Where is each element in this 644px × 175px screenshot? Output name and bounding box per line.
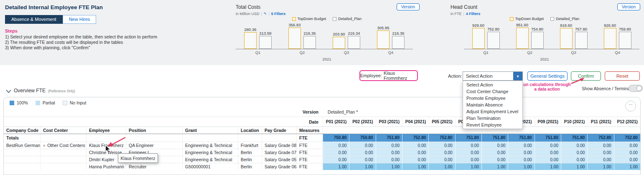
period-header-p10-2021[interactable]: P10 (2021): [561, 117, 587, 127]
value-cell[interactable]: 0.00: [323, 142, 349, 149]
value-cell[interactable]: 1.00: [402, 163, 428, 170]
value-cell[interactable]: 0.00: [614, 142, 640, 149]
general-settings-button[interactable]: General Settings: [527, 71, 568, 81]
period-header-p04-2021[interactable]: P04 (2021): [402, 117, 428, 127]
value-cell[interactable]: 0.00: [587, 149, 613, 156]
period-header-p02-2021[interactable]: P02 (2021): [349, 117, 375, 127]
filters-link[interactable]: 5 Filters: [271, 12, 286, 16]
period-header-p03-2021[interactable]: P03 (2021): [376, 117, 402, 127]
value-cell[interactable]: 0.00: [455, 142, 481, 149]
action-select[interactable]: Select Action ▾: [463, 71, 523, 81]
value-cell[interactable]: 0.00: [349, 142, 375, 149]
chevron-down-icon[interactable]: ▾: [513, 72, 522, 80]
action-option-maintain-absence[interactable]: Maintain Absence: [463, 101, 522, 108]
value-cell[interactable]: 0.00: [535, 156, 561, 163]
edit-tools-icon[interactable]: ✎: [264, 12, 267, 16]
version-button[interactable]: Version: [617, 3, 640, 10]
value-cell[interactable]: 1.00: [535, 163, 561, 170]
value-cell[interactable]: 1.00: [323, 163, 349, 170]
bar-detailed-plan[interactable]: [392, 36, 405, 49]
value-cell[interactable]: 0.00: [481, 142, 508, 149]
column-header-measures[interactable]: Measures: [297, 127, 323, 134]
column-header-cost-center[interactable]: Cost Center: [41, 127, 87, 134]
value-cell[interactable]: 1.00: [455, 163, 481, 170]
value-cell[interactable]: 0.00: [349, 156, 375, 163]
bar-topdown-budget[interactable]: [244, 32, 257, 49]
action-option-revert-employee[interactable]: Revert Employee: [463, 122, 522, 128]
period-header-p11-2021[interactable]: P11 (2021): [587, 117, 613, 127]
value-cell[interactable]: 0.00: [561, 149, 587, 156]
bar-detailed-plan[interactable]: [619, 32, 631, 49]
column-header-employee[interactable]: Employee: [87, 127, 126, 134]
value-cell[interactable]: 0.00: [481, 156, 508, 163]
bar-topdown-budget[interactable]: [288, 28, 301, 49]
reset-button[interactable]: Reset: [605, 71, 640, 81]
value-cell[interactable]: 0.00: [508, 149, 534, 156]
value-cell[interactable]: 0.00: [323, 156, 349, 163]
value-cell[interactable]: 0.00: [535, 149, 561, 156]
show-absence-toggle[interactable]: [629, 85, 643, 92]
value-cell[interactable]: 1.00: [508, 163, 534, 170]
filters-link[interactable]: 4 Filters: [466, 12, 481, 16]
value-cell[interactable]: 0.00: [376, 149, 402, 156]
column-header-pay-grade[interactable]: Pay Grade: [262, 127, 297, 134]
collapse-chevron-icon[interactable]: [6, 89, 11, 93]
value-cell[interactable]: 0.00: [561, 142, 587, 149]
value-cell[interactable]: 1.00: [561, 163, 587, 170]
value-cell[interactable]: 0.00: [349, 149, 375, 156]
period-header-p05-2021[interactable]: P05 (2021): [428, 117, 455, 127]
value-cell[interactable]: 1.00: [376, 163, 402, 170]
cell-employee[interactable]: Hanna Pushmann: [87, 163, 126, 170]
value-cell[interactable]: 1.00: [481, 163, 508, 170]
period-header-p09-2021[interactable]: P09 (2021): [535, 117, 561, 127]
tab-new-hires[interactable]: New Hires: [63, 15, 97, 24]
bar-detailed-plan[interactable]: [487, 32, 500, 49]
bar-topdown-budget[interactable]: [516, 28, 529, 49]
value-cell[interactable]: 0.00: [428, 142, 455, 149]
value-cell[interactable]: 0.00: [561, 156, 587, 163]
bar-detailed-plan[interactable]: [303, 36, 316, 49]
value-cell[interactable]: 0.00: [587, 142, 613, 149]
bar-detailed-plan[interactable]: [531, 32, 544, 49]
column-header-company-code[interactable]: Company Code: [4, 127, 41, 134]
tab-absence-movement[interactable]: Absence & Movement: [5, 15, 63, 24]
bar-detailed-plan[interactable]: [259, 36, 272, 49]
bar-detailed-plan[interactable]: [575, 32, 588, 49]
bar-detailed-plan[interactable]: [348, 36, 360, 49]
value-cell[interactable]: 1.00: [349, 163, 375, 170]
value-cell[interactable]: 0.00: [402, 149, 428, 156]
value-cell[interactable]: 0.00: [323, 149, 349, 156]
value-cell[interactable]: 0.00: [376, 142, 402, 149]
value-cell[interactable]: 0.00: [508, 142, 534, 149]
period-header-p01-2021[interactable]: P01 (2021): [323, 117, 349, 127]
value-cell[interactable]: 0.00: [508, 156, 534, 163]
column-header-location[interactable]: Location: [238, 127, 262, 134]
bar-topdown-budget[interactable]: [560, 28, 573, 49]
value-cell[interactable]: 0.00: [376, 156, 402, 163]
value-cell[interactable]: 0.00: [481, 149, 508, 156]
column-header-grant[interactable]: Grant: [183, 127, 238, 134]
value-cell[interactable]: 0.00: [402, 156, 428, 163]
column-header-position[interactable]: Position: [126, 127, 183, 134]
bar-topdown-budget[interactable]: [472, 28, 485, 49]
value-cell[interactable]: 1.00: [428, 163, 455, 170]
value-cell[interactable]: 0.00: [535, 142, 561, 149]
value-cell[interactable]: 0.00: [614, 156, 640, 163]
bar-topdown-budget[interactable]: [604, 28, 616, 49]
action-option-plan-termination[interactable]: Plan Termination: [463, 115, 522, 122]
action-option-promote-employee[interactable]: Promote Employee: [463, 95, 522, 101]
more-options-button[interactable]: ...: [625, 101, 636, 112]
value-cell[interactable]: 0.00: [455, 149, 481, 156]
bar-topdown-budget[interactable]: [333, 37, 345, 49]
value-cell[interactable]: 0.00: [455, 156, 481, 163]
value-cell[interactable]: 1.00: [587, 163, 613, 170]
value-cell[interactable]: 0.00: [428, 149, 455, 156]
period-header-p12-2021[interactable]: P12 (2021): [614, 117, 640, 127]
value-cell[interactable]: 0.00: [614, 149, 640, 156]
action-option-cost-center-change[interactable]: Cost Center Change: [463, 88, 522, 95]
value-cell[interactable]: 0.00: [587, 156, 613, 163]
version-button[interactable]: Version: [397, 3, 420, 10]
bar-topdown-budget[interactable]: [377, 30, 389, 49]
cost-center-expand-icon[interactable]: >: [43, 144, 45, 148]
version-value[interactable]: Detailed_Plan *: [323, 107, 358, 117]
